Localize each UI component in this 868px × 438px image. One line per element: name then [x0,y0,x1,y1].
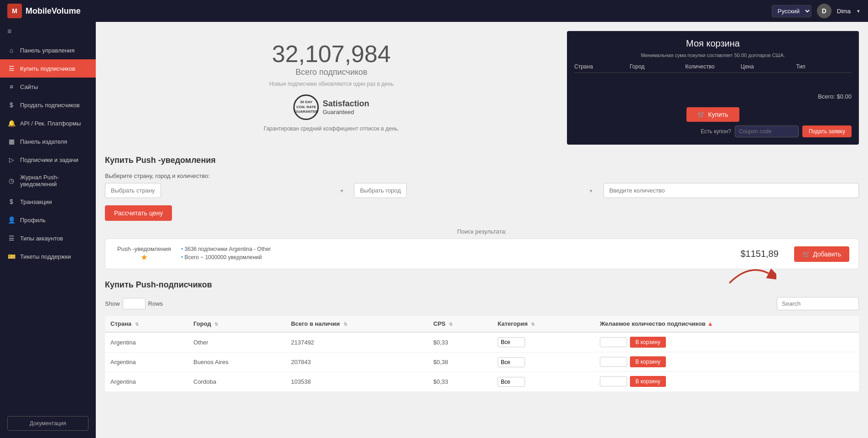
tasks-icon: ▷ [7,156,16,164]
sidebar-item-push-log[interactable]: ◷ Журнал Push-уведомлений [0,169,96,193]
coupon-input[interactable] [735,125,799,137]
th-desired: Желаемое количество подписчиков ▲ [594,316,859,332]
qty-field[interactable] [600,376,627,386]
sidebar-item-publisher[interactable]: ▦ Панель издателя [0,132,96,151]
cart-table-header: Страна Город Количество Цена Тип [574,63,852,73]
sort-category-icon[interactable]: ⇅ [531,322,535,327]
sort-country-icon[interactable]: ⇅ [135,322,139,327]
rows-label: Rows [148,300,163,307]
calc-price-button[interactable]: Рассчитать цену [105,205,172,221]
user-dropdown-icon[interactable]: ▼ [856,9,861,14]
language-select[interactable]: Русский English [772,5,811,17]
row-city: Cordoba [188,372,286,391]
qty-field[interactable] [600,357,627,367]
qty-field[interactable] [600,337,627,347]
result-section: Поиск результата: Push -уведомления ★ 36… [105,228,859,269]
push-notifications-section: Купить Push -уведомления Выберите страну… [105,156,859,269]
sort-total-icon[interactable]: ⇅ [343,322,347,327]
sidebar-item-profile[interactable]: 👤 Профиль [0,211,96,229]
result-card-mid: 3636 подписчики Argentina - Other Всего … [181,246,725,262]
subscribers-table: Страна ⇅ Город ⇅ Всего в наличии ⇅ CPS [105,316,859,392]
cart-block: Моя корзина Минимальная сума покупки сос… [567,31,859,145]
sidebar-item-api[interactable]: 🔔 API / Рек. Платформы [0,114,96,132]
th-total: Всего в наличии ⇅ [286,316,428,332]
table-controls: Show Rows [105,297,859,310]
stats-label: Всего подписчиков [114,68,549,77]
menu-toggle[interactable]: ≡ [0,22,96,41]
sidebar-item-dashboard[interactable]: ⌂ Панель управления [0,41,96,59]
satisfaction-sub: Guaranteed [322,109,369,115]
sidebar: ≡ ⌂ Панель управления ☰ Купить подписчик… [0,22,96,438]
satisfaction-badge: 30 DAYCON. RATEGUARANTEE Satisfaction Gu… [293,94,369,120]
add-label: Добавить [813,250,841,258]
rows-input[interactable] [123,298,146,309]
sidebar-item-label: Профиль [20,217,46,224]
cart-col-price: Цена [741,63,796,70]
publisher-icon: ▦ [7,137,16,146]
sidebar-item-account-types[interactable]: ☰ Типы аккаунтов [0,229,96,247]
cart-items [574,76,852,89]
add-to-cart-row-button[interactable]: В корзину [630,337,666,348]
country-select[interactable]: Выбрать страну [105,183,161,198]
cart-buy-row: 🛒 Купить [574,107,852,122]
result-bullet-1: 3636 подписчики Argentina - Other [181,246,725,252]
satisfaction-text: Satisfaction Guaranteed [322,99,369,115]
sidebar-item-sell[interactable]: $ Продать подписчиков [0,96,96,114]
sidebar-item-transactions[interactable]: $ Транзакции [0,193,96,211]
docs-button[interactable]: Документация [7,416,88,431]
add-to-cart-row-button[interactable]: В корзину [630,356,666,367]
category-input[interactable] [498,337,525,347]
buy-label: Купить [708,111,728,118]
cart-total-label: Всего: [818,93,835,100]
country-select-wrapper: Выбрать страну [105,183,348,198]
sidebar-item-buy-subscribers[interactable]: ☰ Купить подписчиков [0,59,96,78]
city-select[interactable]: Выбрать город [354,183,407,198]
logo-text: MobileVolume [26,6,81,16]
cart-col-country: Страна [574,63,630,70]
logo: M MobileVolume [7,4,81,18]
sidebar-item-support[interactable]: 🎫 Тикеты поддержки [0,247,96,266]
user-menu[interactable]: Dima [837,8,851,15]
buy-button[interactable]: 🛒 Купить [686,107,739,122]
table-body: Argentina Other 2137492 $0,33 В корзину … [105,332,859,391]
sidebar-item-sites[interactable]: ≡ Сайты [0,78,96,96]
sort-city-icon[interactable]: ⇅ [214,322,218,327]
result-type: Push -уведомления [117,245,171,252]
badge-circle: 30 DAYCON. RATEGUARANTEE [293,94,319,120]
th-city: Город ⇅ [188,316,286,332]
filter-label: Выберите страну, город и количество: [105,172,859,179]
sidebar-item-label: Панель издателя [20,138,67,145]
row-city: Other [188,332,286,352]
sidebar-item-tasks[interactable]: ▷ Подписчики и задачи [0,151,96,169]
result-card: Push -уведомления ★ 3636 подписчики Arge… [105,239,859,269]
row-country: Argentina [105,372,188,391]
transactions-icon: $ [7,198,16,206]
row-city: Buenos Aires [188,352,286,372]
category-input[interactable] [498,357,525,367]
app-body: ≡ ⌂ Панель управления ☰ Купить подписчик… [0,22,868,438]
add-to-cart-row-button[interactable]: В корзину [630,376,666,387]
guarantee-text: Гарантирован средний коэффициент отписок… [114,125,549,132]
submit-coupon-button[interactable]: Подать заявку [802,125,852,137]
cart-add-icon: 🛒 [802,250,810,258]
add-to-cart-button[interactable]: 🛒 Добавить [794,246,849,262]
cart-total-value: $0.00 [837,93,852,100]
sort-cps-icon[interactable]: ⇅ [449,322,452,327]
row-total: 207843 [286,352,428,372]
api-icon: 🔔 [7,119,16,127]
quantity-input[interactable] [603,183,859,198]
show-label: Show [105,300,120,307]
home-icon: ⌂ [7,46,16,54]
search-input[interactable] [777,297,859,310]
sort-desired-icon[interactable]: ▲ [707,320,713,327]
logo-icon: M [7,4,22,18]
row-cps: $0,33 [428,332,492,352]
row-category [492,332,594,352]
row-category [492,352,594,372]
result-star-icon: ★ [140,252,148,262]
category-input[interactable] [498,377,525,387]
top-section: 32,107,984 Всего подписчиков Новые подпи… [105,31,859,145]
cart-col-quantity: Количество [685,63,741,70]
row-total: 2137492 [286,332,428,352]
account-icon: ☰ [7,234,16,242]
